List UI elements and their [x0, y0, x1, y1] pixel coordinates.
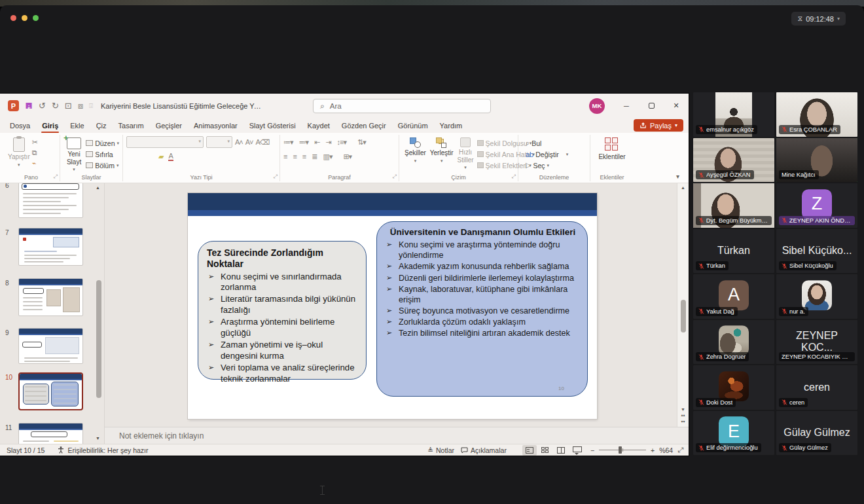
new-slide-button[interactable]: Yeni Slayt ▾: [63, 136, 84, 173]
slide-thumbnail-9[interactable]: 9: [18, 328, 83, 364]
tab-yardım[interactable]: Yardım: [434, 118, 469, 133]
zoom-traffic-light[interactable]: [33, 15, 39, 21]
slide-thumbnail-10[interactable]: 10: [18, 372, 83, 410]
participant-tile[interactable]: EElif değirmencioğlu: [693, 411, 774, 456]
redo-icon[interactable]: ↻: [52, 101, 59, 110]
close-button[interactable]: ✕: [664, 94, 689, 118]
quick-styles-button[interactable]: Hızlı Stiller ▾: [456, 136, 476, 171]
slide-thumbnail-11[interactable]: 11: [18, 423, 83, 444]
participant-tile[interactable]: cerenceren: [776, 365, 857, 410]
tab-giriş[interactable]: Giriş: [36, 118, 64, 133]
slideshow-icon[interactable]: ⧈: [78, 101, 83, 110]
zoom-slider[interactable]: [599, 450, 646, 450]
account-avatar[interactable]: MK: [589, 98, 605, 114]
participant-tile[interactable]: Doki Dost: [693, 365, 774, 410]
next-slide-button[interactable]: ▾▾: [677, 420, 689, 423]
justify-button[interactable]: ≣: [312, 153, 317, 161]
save-icon[interactable]: 🖪: [25, 102, 33, 110]
grow-font-button[interactable]: A˄: [235, 138, 243, 146]
bullets-button[interactable]: ≔▾: [283, 138, 293, 147]
section-button[interactable]: Bölüm▾: [86, 160, 119, 171]
notes-toggle[interactable]: ≜ Notlar: [427, 446, 454, 454]
search-input[interactable]: ⌕ Ara: [313, 99, 491, 113]
minimize-traffic-light[interactable]: [22, 15, 27, 21]
participant-tile[interactable]: Dyt. Begüm Büyükme...: [693, 183, 774, 228]
replace-button[interactable]: abDeğiştir▾: [526, 149, 586, 160]
participant-tile[interactable]: Esra ÇOBANLAR: [776, 92, 857, 137]
present-icon[interactable]: ⊡: [65, 101, 72, 110]
participant-tile[interactable]: ZZEYNEP AKIN ÖNDER: [776, 183, 857, 228]
participant-tile[interactable]: Ayşegül ÖZKAN: [693, 138, 774, 183]
vertical-scrollbar[interactable]: ▲ ▼ ▴▴ ▾▾: [677, 183, 689, 427]
tab-dosya[interactable]: Dosya: [4, 118, 36, 133]
participant-tile[interactable]: AYakut Dağ: [693, 274, 774, 319]
participant-tile[interactable]: emsalnur açıkgöz: [693, 92, 774, 137]
participant-tile[interactable]: nur a.: [776, 274, 857, 319]
align-left-button[interactable]: ≡: [283, 153, 287, 160]
meeting-timer[interactable]: ⧖ 09:12:48 ▾: [791, 12, 846, 26]
thumbnail-scrollbar-thumb[interactable]: [96, 280, 101, 398]
copy-button[interactable]: ⧉: [32, 149, 38, 157]
fit-slide-button[interactable]: ⤢: [677, 446, 683, 454]
tab-animasyonlar[interactable]: Animasyonlar: [188, 118, 243, 133]
decrease-indent-button[interactable]: ⇤: [314, 138, 319, 147]
slide-thumbnail-panel[interactable]: 67891011 ▲ ▼: [0, 183, 105, 444]
previous-slide-button[interactable]: ▴▴: [677, 414, 689, 416]
highlight-button[interactable]: ▰: [158, 153, 164, 161]
minimize-button[interactable]: ─: [614, 94, 639, 118]
font-color-button[interactable]: A: [168, 152, 173, 161]
comments-toggle[interactable]: Açıklamalar: [461, 446, 507, 454]
tab-kaydet[interactable]: Kaydet: [302, 118, 336, 133]
clear-formatting-button[interactable]: A⌫: [256, 138, 270, 147]
font-name-combobox[interactable]: [126, 136, 204, 148]
tab-gözden-geçir[interactable]: Gözden Geçir: [336, 118, 392, 133]
format-painter-button[interactable]: ⌁: [32, 159, 38, 168]
thumbnail-scroll-down-arrow[interactable]: ▼: [96, 436, 100, 441]
slide-thumbnail-6[interactable]: 6: [18, 183, 83, 218]
slide-textbox-positives[interactable]: Üniversitenin ve Danışmanın Olumlu Etkil…: [376, 221, 588, 397]
line-spacing-button[interactable]: ↕≡▾: [337, 138, 346, 147]
customize-toolbar-icon[interactable]: ⍗: [89, 102, 93, 110]
shrink-font-button[interactable]: A˅: [245, 138, 253, 146]
shapes-button[interactable]: Şekiller ▾: [403, 136, 428, 171]
slide-thumbnail-8[interactable]: 8: [18, 278, 83, 316]
slide-textbox-challenges[interactable]: Tez Sürecinde Zorlandığım Noktalar Konu …: [198, 241, 367, 380]
tab-çiz[interactable]: Çiz: [90, 118, 113, 133]
tab-geçişler[interactable]: Geçişler: [150, 118, 188, 133]
slide-canvas[interactable]: Tez Sürecinde Zorlandığım Noktalar Konu …: [188, 193, 597, 419]
paste-button[interactable]: Yapıştır ▾: [6, 136, 32, 169]
tab-slayt-gösterisi[interactable]: Slayt Gösterisi: [243, 118, 302, 133]
normal-view-button[interactable]: [522, 445, 537, 456]
participant-tile[interactable]: Sibel Küçüko...Sibel Küçükoğlu: [776, 229, 857, 274]
reset-button[interactable]: Sıfırla: [86, 149, 119, 160]
slide-thumbnail-7[interactable]: 7: [18, 228, 83, 266]
columns-button[interactable]: ▥▾: [323, 153, 332, 161]
align-text-button[interactable]: ⊞▾: [343, 153, 351, 161]
thumbnail-scroll-up-arrow[interactable]: ▲: [96, 185, 100, 190]
collapse-ribbon-button[interactable]: ▾: [676, 173, 679, 180]
participant-tile[interactable]: ZEYNEP KOC...ZEYNEP KOCABIYIK YURT: [776, 320, 857, 365]
numbering-button[interactable]: ≕▾: [299, 138, 309, 147]
text-direction-button[interactable]: ⇅▾: [357, 138, 366, 147]
participant-tile[interactable]: TürkanTürkan: [693, 229, 774, 274]
arrange-button[interactable]: Yerleştir ▾: [428, 136, 456, 171]
clipboard-dialog-launcher[interactable]: ⤢: [54, 173, 58, 180]
notes-pane[interactable]: Not eklemek için tıklayın: [105, 427, 689, 444]
accessibility-status[interactable]: Erişilebilirlik: Her şey hazır: [58, 446, 148, 454]
zoom-out-button[interactable]: −: [590, 446, 594, 454]
tab-tasarım[interactable]: Tasarım: [113, 118, 150, 133]
powerpoint-logo-icon[interactable]: P: [8, 100, 19, 111]
tab-görünüm[interactable]: Görünüm: [392, 118, 434, 133]
find-button[interactable]: ⌕Bul: [526, 137, 586, 149]
close-traffic-light[interactable]: [10, 15, 16, 21]
paragraph-dialog-launcher[interactable]: ⤢: [393, 173, 397, 180]
scroll-up-arrow[interactable]: ▲: [677, 185, 689, 190]
increase-indent-button[interactable]: ⇥: [325, 138, 331, 147]
align-right-button[interactable]: ≡: [302, 153, 306, 160]
font-dialog-launcher[interactable]: ⤢: [274, 173, 278, 180]
share-button[interactable]: Paylaş ▾: [634, 119, 683, 132]
font-size-combobox[interactable]: [206, 136, 232, 148]
select-button[interactable]: ▷Seç▾: [526, 160, 586, 171]
layout-button[interactable]: Düzen▾: [86, 137, 119, 149]
participant-tile[interactable]: Mine Kağıtcı: [776, 138, 857, 183]
